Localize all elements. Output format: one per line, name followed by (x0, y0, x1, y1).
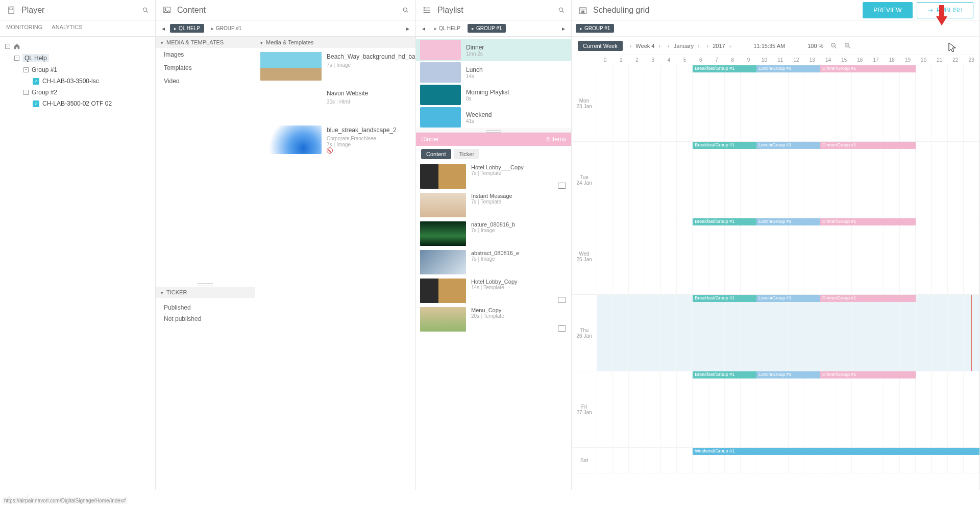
playlist-content-item[interactable]: Hotel Lobby___Copy7s | Template (416, 162, 571, 191)
schedule-group-chip[interactable]: GROUP #1 (576, 24, 614, 33)
day-track[interactable]: Breakfast/Group #1Lunch/Group #1Dinner/G… (597, 142, 979, 218)
playlist-content-item[interactable]: Menu_Copy20s | Template (416, 305, 571, 334)
schedule-event[interactable]: Breakfast/Group #1 (693, 295, 756, 302)
collapse-icon[interactable]: − (23, 67, 29, 72)
hour-label: 10 (756, 55, 772, 65)
week-label[interactable]: Week 4 (635, 43, 654, 49)
schedule-event[interactable]: Weekend/Group #1 (693, 448, 979, 455)
search-icon[interactable] (402, 7, 409, 14)
playlist-item-duration: 0s (466, 96, 509, 102)
playlist-content-item[interactable]: abstract_080816_e7s | Image (416, 248, 571, 276)
schedule-event[interactable]: Dinner/Group #1 (820, 65, 916, 72)
playlist-content-item[interactable]: Hotel Lobby_Copy14s | Template (416, 276, 571, 305)
content-thumbnail (420, 221, 466, 246)
chevron-left-icon[interactable]: ◂ (160, 25, 167, 32)
hour-label: 17 (868, 55, 884, 65)
zoom-out-icon[interactable] (830, 42, 837, 49)
home-icon[interactable] (13, 43, 20, 50)
tree-device[interactable]: CH-LAB-3500-02 OTF 02 (42, 100, 112, 107)
media-title: Beach_Way_background_hd_ba (327, 53, 415, 60)
svg-line-15 (562, 11, 564, 12)
playlist-content-item[interactable]: nature_080816_b7s | Image (416, 219, 571, 248)
media-templates-right-header[interactable]: Media & Templates (255, 37, 415, 48)
category-images[interactable]: Images (156, 48, 255, 61)
collapse-icon[interactable]: − (14, 56, 19, 61)
ticker-header[interactable]: TICKER (156, 287, 255, 298)
breadcrumb-qlhelp[interactable]: QL HELP (430, 24, 464, 33)
prev-week-icon[interactable]: ‹ (630, 43, 632, 49)
tree-device[interactable]: CH-LAB-03-3500-lsc (42, 78, 99, 85)
category-video[interactable]: Video (156, 74, 255, 88)
collapse-icon[interactable]: − (23, 90, 29, 95)
tree-group[interactable]: Group #2 (32, 89, 57, 96)
breadcrumb-qlhelp[interactable]: QL HELP (170, 24, 204, 33)
preview-button[interactable]: PREVIEW (863, 2, 912, 18)
media-item[interactable]: Beach_Way_background_hd_ba7s | Image (255, 48, 415, 85)
search-icon[interactable] (558, 7, 565, 14)
next-year-icon[interactable]: › (729, 43, 731, 49)
pill-content[interactable]: Content (421, 149, 451, 159)
monitor-icon (558, 325, 566, 332)
zoom-in-icon[interactable] (844, 42, 851, 49)
tab-monitoring[interactable]: MONITORING (6, 24, 42, 33)
checkbox-icon[interactable]: ✓ (33, 78, 39, 85)
day-track[interactable]: Breakfast/Group #1Lunch/Group #1Dinner/G… (597, 371, 979, 447)
playlist-item[interactable]: Morning Playlist0s (416, 84, 571, 106)
checkbox-icon[interactable]: ✓ (33, 100, 39, 107)
drag-handle[interactable] (416, 129, 571, 133)
chevron-right-icon[interactable]: ▸ (404, 25, 411, 32)
playlist-item[interactable]: Dinner1mn 2s (416, 39, 571, 61)
prev-month-icon[interactable]: ‹ (668, 43, 670, 49)
day-track[interactable]: Weekend/Group #1 (597, 448, 979, 473)
schedule-event[interactable]: Breakfast/Group #1 (693, 218, 756, 225)
schedule-event[interactable]: Lunch/Group #1 (756, 218, 820, 225)
category-templates[interactable]: Templates (156, 61, 255, 74)
schedule-event[interactable]: Dinner/Group #1 (820, 142, 916, 149)
schedule-event[interactable]: Dinner/Group #1 (820, 218, 916, 225)
pill-ticker[interactable]: Ticker (454, 149, 480, 159)
tree-group[interactable]: Group #1 (32, 66, 57, 73)
year-label[interactable]: 2017 (713, 43, 725, 49)
schedule-event[interactable]: Lunch/Group #1 (756, 142, 820, 149)
prev-year-icon[interactable]: ‹ (707, 43, 709, 49)
tab-analytics[interactable]: ANALYTICS (52, 24, 82, 33)
publish-button[interactable]: PUBLISH (917, 2, 973, 18)
content-thumbnail (420, 164, 466, 189)
chevron-left-icon[interactable]: ◂ (420, 25, 427, 32)
schedule-event[interactable]: Breakfast/Group #1 (693, 142, 756, 149)
next-week-icon[interactable]: › (658, 43, 660, 49)
media-templates-header[interactable]: MEDIA & TEMPLATES (156, 37, 255, 48)
day-track[interactable]: Breakfast/Group #1Lunch/Group #1Dinner/G… (597, 295, 979, 371)
chevron-right-icon[interactable]: ▸ (560, 25, 567, 32)
month-label[interactable]: January (674, 43, 694, 49)
ticker-item[interactable]: Published (164, 302, 247, 313)
schedule-event[interactable]: Breakfast/Group #1 (693, 65, 756, 72)
day-track[interactable]: Breakfast/Group #1Lunch/Group #1Dinner/G… (597, 65, 979, 141)
schedule-event[interactable]: Lunch/Group #1 (756, 65, 820, 72)
search-icon[interactable] (142, 7, 149, 14)
content-item-title: Hotel Lobby_Copy (471, 279, 518, 285)
svg-text:28: 28 (581, 10, 584, 13)
playlist-content-item[interactable]: Instant Message7s | Template (416, 191, 571, 219)
media-item[interactable]: Navori Website30s | Html (255, 85, 415, 121)
schedule-event[interactable]: Dinner/Group #1 (820, 371, 916, 378)
drag-handle[interactable] (156, 282, 255, 287)
schedule-event[interactable]: Lunch/Group #1 (756, 295, 820, 302)
player-title: Player (21, 6, 44, 15)
tree-root[interactable]: QL Help (22, 54, 49, 62)
schedule-event[interactable]: Dinner/Group #1 (820, 295, 916, 302)
collapse-icon[interactable]: − (5, 44, 10, 49)
ticker-item[interactable]: Not published (164, 313, 247, 324)
current-week-chip[interactable]: Current Week (578, 41, 623, 51)
breadcrumb-group1[interactable]: GROUP #1 (468, 24, 506, 33)
playlist-item[interactable]: Lunch14s (416, 61, 571, 84)
svg-point-11 (424, 7, 425, 8)
next-month-icon[interactable]: › (698, 43, 700, 49)
media-item[interactable]: blue_streak_landscape_2Corporate,Franchi… (255, 121, 415, 159)
day-track[interactable]: Breakfast/Group #1Lunch/Group #1Dinner/G… (597, 218, 979, 294)
schedule-event[interactable]: Lunch/Group #1 (756, 371, 820, 378)
hour-label: 0 (597, 55, 613, 65)
schedule-event[interactable]: Breakfast/Group #1 (693, 371, 756, 378)
breadcrumb-group1[interactable]: GROUP #1 (207, 24, 246, 33)
playlist-item[interactable]: Weekend41s (416, 106, 571, 129)
